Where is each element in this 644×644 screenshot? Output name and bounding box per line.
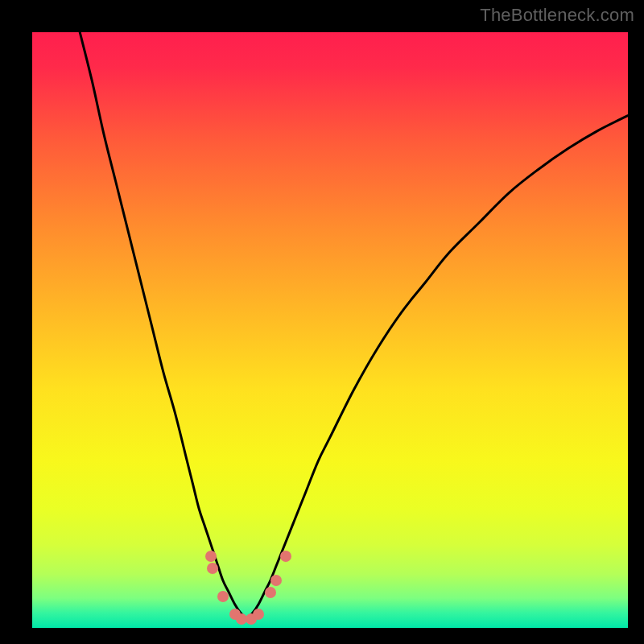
data-marker <box>265 587 276 598</box>
chart-stage: TheBottleneck.com <box>0 0 644 644</box>
plot-area <box>32 32 628 628</box>
data-marker <box>270 575 282 586</box>
marker-layer <box>32 32 628 628</box>
watermark-text: TheBottleneck.com <box>480 5 634 26</box>
data-marker <box>280 551 291 562</box>
data-marker <box>205 551 217 562</box>
data-marker <box>207 563 218 574</box>
data-marker <box>253 609 264 620</box>
data-marker <box>217 591 229 602</box>
